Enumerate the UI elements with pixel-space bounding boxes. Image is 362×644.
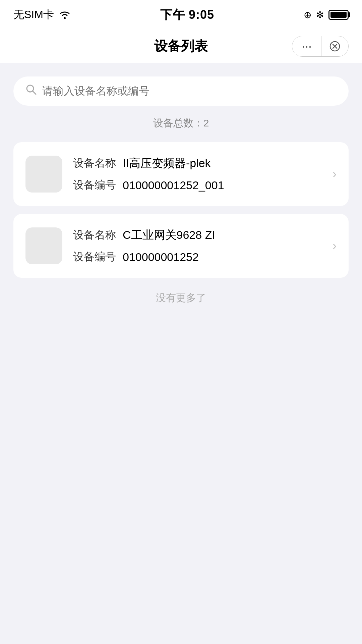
wifi-icon — [59, 10, 71, 19]
device-name-label-1: 设备名称 — [73, 156, 116, 171]
device-count: 设备总数：2 — [13, 116, 349, 130]
status-time: 下午 9:05 — [160, 7, 214, 23]
device-number-row-1: 设备编号 010000001252_001 — [73, 178, 322, 193]
device-name-label-2: 设备名称 — [73, 228, 116, 243]
device-arrow-1: › — [333, 167, 337, 181]
status-left: 无SIM卡 — [13, 7, 71, 22]
device-card-2[interactable]: 设备名称 C工业网关9628 ZI 设备编号 010000001252 › — [13, 214, 349, 278]
device-name-row-1: 设备名称 II高压变频器-plek — [73, 156, 322, 171]
no-more-label: 没有更多了 — [13, 291, 349, 318]
device-arrow-2: › — [333, 239, 337, 253]
device-number-row-2: 设备编号 010000001252 — [73, 250, 322, 264]
nav-right-buttons: ··· — [292, 36, 349, 57]
search-icon — [25, 84, 37, 98]
close-icon — [329, 41, 340, 52]
close-button[interactable] — [321, 37, 348, 56]
page-title: 设备列表 — [154, 37, 208, 55]
device-count-value: 2 — [203, 117, 209, 128]
device-thumbnail-2 — [25, 227, 62, 264]
nav-bar: 设备列表 ··· — [0, 30, 362, 63]
device-name-row-2: 设备名称 C工业网关9628 ZI — [73, 227, 322, 243]
lock-icon: ⊕ — [304, 9, 311, 20]
search-bar[interactable] — [13, 76, 349, 106]
device-name-value-2: C工业网关9628 ZI — [123, 227, 215, 243]
svg-line-5 — [33, 91, 36, 94]
device-count-label: 设备总数： — [153, 117, 203, 128]
carrier-label: 无SIM卡 — [13, 7, 54, 22]
svg-point-0 — [64, 17, 66, 19]
device-list: 设备名称 II高压变频器-plek 设备编号 010000001252_001 … — [13, 142, 349, 278]
device-number-value-2: 010000001252 — [123, 251, 199, 264]
device-thumbnail-1 — [25, 156, 62, 193]
content-area: 设备总数：2 设备名称 II高压变频器-plek 设备编号 0100000012… — [0, 63, 362, 318]
bluetooth-icon: ✻ — [316, 9, 324, 20]
device-number-value-1: 010000001252_001 — [123, 179, 224, 192]
status-bar: 无SIM卡 下午 9:05 ⊕ ✻ — [0, 0, 362, 30]
battery-fill — [330, 12, 347, 18]
more-button[interactable]: ··· — [292, 36, 321, 56]
device-number-label-2: 设备编号 — [73, 250, 116, 264]
device-number-label-1: 设备编号 — [73, 178, 116, 193]
device-info-1: 设备名称 II高压变频器-plek 设备编号 010000001252_001 — [73, 156, 322, 193]
status-right: ⊕ ✻ — [304, 9, 349, 20]
device-name-value-1: II高压变频器-plek — [123, 156, 211, 171]
battery-icon — [328, 10, 349, 20]
search-input[interactable] — [42, 85, 337, 97]
device-info-2: 设备名称 C工业网关9628 ZI 设备编号 010000001252 — [73, 227, 322, 264]
device-card-1[interactable]: 设备名称 II高压变频器-plek 设备编号 010000001252_001 … — [13, 142, 349, 206]
